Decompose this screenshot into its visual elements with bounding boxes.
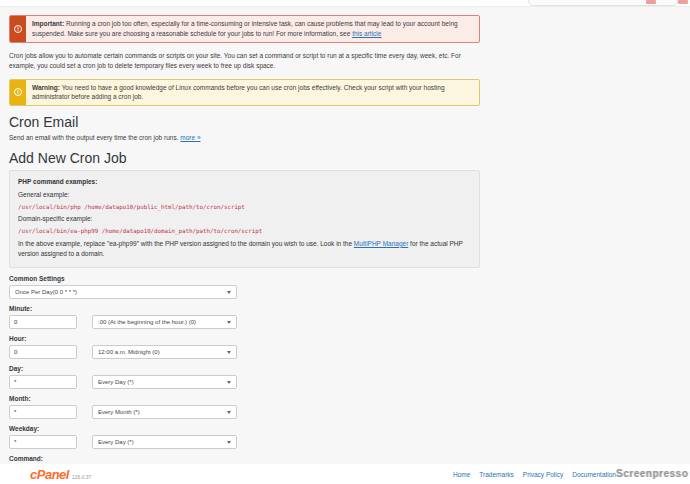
chevron-down-icon bbox=[227, 321, 231, 324]
command-label: Command: bbox=[9, 455, 690, 462]
chevron-down-icon bbox=[227, 291, 231, 294]
warning-alert-icon: ! bbox=[10, 80, 26, 106]
php-examples-note-before: In the above example, replace "ea-php99"… bbox=[18, 240, 352, 247]
cron-email-description: Send an email with the output every time… bbox=[9, 134, 690, 141]
page-header-remnant bbox=[0, 0, 690, 7]
this-article-link[interactable]: this article bbox=[352, 30, 381, 37]
common-settings-label: Common Settings bbox=[9, 275, 690, 282]
domain-example-label: Domain-specific example: bbox=[18, 214, 471, 224]
footer-link-trademarks[interactable]: Trademarks bbox=[479, 471, 513, 478]
chevron-down-icon bbox=[227, 441, 231, 444]
warning-alert-text: Warning: You need to have a good knowled… bbox=[26, 80, 479, 106]
minute-input[interactable] bbox=[9, 315, 77, 329]
page-footer: cPanel 126.0.37 Home Trademarks Privacy … bbox=[0, 464, 690, 484]
weekday-label: Weekday: bbox=[9, 425, 690, 432]
php-examples-note: In the above example, replace "ea-php99"… bbox=[18, 239, 471, 259]
hour-label: Hour: bbox=[9, 335, 690, 342]
month-select-value: Every Month (*) bbox=[98, 409, 140, 415]
general-example-code: /usr/local/bin/php /home/datapo10/public… bbox=[18, 203, 471, 212]
important-alert-text: Important: Running a cron job too often,… bbox=[26, 16, 479, 42]
warning-alert-body: You need to have a good knowledge of Lin… bbox=[32, 84, 445, 101]
header-notification-icon[interactable] bbox=[646, 0, 656, 4]
footer-link-documentation[interactable]: Documentation bbox=[572, 471, 616, 478]
common-settings-select[interactable]: Once Per Day(0 0 * * *) bbox=[9, 285, 237, 299]
weekday-group: Weekday: Every Day (*) bbox=[9, 425, 690, 449]
common-settings-value: Once Per Day(0 0 * * *) bbox=[15, 289, 77, 295]
minute-select-value: :00 (At the beginning of the hour.) (0) bbox=[98, 319, 196, 325]
warning-alert: ! Warning: You need to have a good knowl… bbox=[9, 79, 480, 107]
weekday-input[interactable] bbox=[9, 435, 77, 449]
cron-email-title: Cron Email bbox=[9, 114, 690, 130]
hour-group: Hour: 12:00 a.m. Midnight (0) bbox=[9, 335, 690, 359]
command-group: Command: ! You must enter a command. bbox=[9, 455, 690, 463]
day-group: Day: Every Day (*) bbox=[9, 365, 690, 389]
important-alert-body: Running a cron job too often, especially… bbox=[32, 20, 458, 37]
chevron-down-icon bbox=[227, 351, 231, 354]
important-alert-icon: ! bbox=[10, 16, 26, 42]
hour-input[interactable] bbox=[9, 345, 77, 359]
weekday-select[interactable]: Every Day (*) bbox=[92, 435, 237, 449]
minute-select[interactable]: :00 (At the beginning of the hour.) (0) bbox=[92, 315, 237, 329]
cpanel-logo-wrap: cPanel 126.0.37 bbox=[30, 467, 91, 482]
important-alert-label: Important: bbox=[32, 20, 64, 27]
important-alert: ! Important: Running a cron job too ofte… bbox=[9, 15, 480, 43]
cpanel-version: 126.0.37 bbox=[72, 474, 91, 480]
php-examples-box: PHP command examples: General example: /… bbox=[9, 170, 480, 268]
day-input[interactable] bbox=[9, 375, 77, 389]
more-link[interactable]: more » bbox=[180, 134, 200, 141]
day-label: Day: bbox=[9, 365, 690, 372]
screenpresso-watermark: Screenpresso bbox=[616, 468, 688, 479]
month-group: Month: Every Month (*) bbox=[9, 395, 690, 419]
warning-alert-label: Warning: bbox=[32, 84, 60, 91]
month-input[interactable] bbox=[9, 405, 77, 419]
add-cron-title: Add New Cron Job bbox=[9, 150, 690, 166]
hour-select-value: 12:00 a.m. Midnight (0) bbox=[98, 349, 160, 355]
day-select[interactable]: Every Day (*) bbox=[92, 375, 237, 389]
exclamation-circle-icon: ! bbox=[14, 88, 22, 96]
footer-link-home[interactable]: Home bbox=[453, 471, 470, 478]
multiphp-manager-link[interactable]: MultiPHP Manager bbox=[354, 240, 408, 247]
chevron-down-icon bbox=[227, 411, 231, 414]
general-example-label: General example: bbox=[18, 190, 471, 200]
month-select[interactable]: Every Month (*) bbox=[92, 405, 237, 419]
footer-links: Home Trademarks Privacy Policy Documenta… bbox=[453, 471, 616, 478]
header-user-icon[interactable] bbox=[678, 0, 688, 4]
footer-link-privacy-policy[interactable]: Privacy Policy bbox=[523, 471, 563, 478]
cron-jobs-page: ! Important: Running a cron job too ofte… bbox=[0, 7, 690, 463]
cron-intro-text: Cron jobs allow you to automate certain … bbox=[9, 51, 480, 71]
minute-group: Minute: :00 (At the beginning of the hou… bbox=[9, 305, 690, 329]
cpanel-logo: cPanel bbox=[30, 467, 69, 482]
cron-email-description-text: Send an email with the output every time… bbox=[9, 134, 178, 141]
exclamation-circle-icon: ! bbox=[14, 25, 22, 33]
php-examples-heading: PHP command examples: bbox=[18, 177, 471, 187]
domain-example-code: /usr/local/bin/ea-php99 /home/datapo10/d… bbox=[18, 227, 471, 236]
minute-label: Minute: bbox=[9, 305, 690, 312]
common-settings-group: Common Settings Once Per Day(0 0 * * *) bbox=[9, 275, 690, 299]
chevron-down-icon bbox=[227, 381, 231, 384]
hour-select[interactable]: 12:00 a.m. Midnight (0) bbox=[92, 345, 237, 359]
weekday-select-value: Every Day (*) bbox=[98, 439, 134, 445]
day-select-value: Every Day (*) bbox=[98, 379, 134, 385]
month-label: Month: bbox=[9, 395, 690, 402]
